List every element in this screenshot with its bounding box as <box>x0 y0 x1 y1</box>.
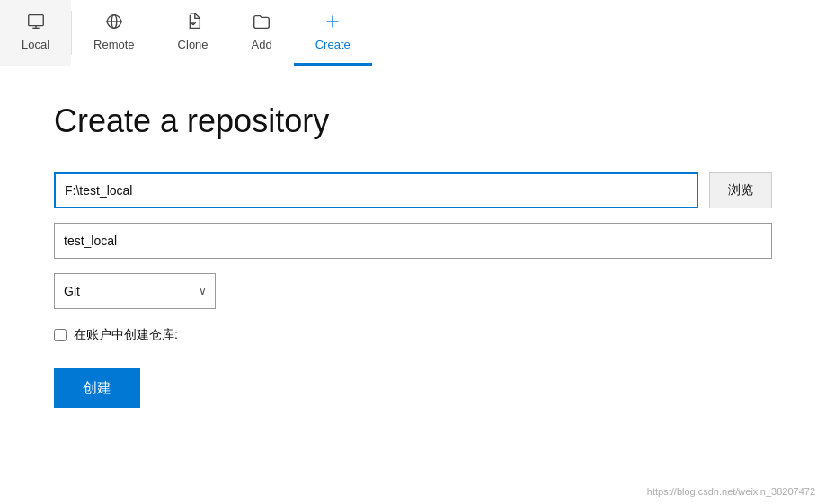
main-content: Create a repository 浏览 Git Mercurial 在账户… <box>0 66 826 444</box>
create-icon <box>323 12 342 34</box>
nav-item-remote[interactable]: Remote <box>72 0 156 66</box>
nav-label-clone: Clone <box>178 38 209 51</box>
local-icon <box>26 12 46 34</box>
remote-icon <box>104 12 124 34</box>
checkbox-label: 在账户中创建仓库: <box>74 327 178 343</box>
vcs-select-row: Git Mercurial <box>54 273 772 309</box>
nav-label-create: Create <box>315 38 351 51</box>
create-button[interactable]: 创建 <box>54 368 140 408</box>
add-folder-icon <box>252 12 271 34</box>
svg-rect-0 <box>28 15 43 26</box>
create-in-account-checkbox[interactable] <box>54 329 67 341</box>
nav-label-add: Add <box>252 38 272 51</box>
footer-watermark: https://blog.csdn.net/weixin_38207472 <box>647 486 815 497</box>
top-navigation: Local Remote Clone <box>0 0 826 66</box>
nav-item-create[interactable]: Create <box>294 0 372 66</box>
checkbox-row: 在账户中创建仓库: <box>54 327 772 343</box>
nav-item-add[interactable]: Add <box>230 0 294 66</box>
name-input[interactable] <box>54 223 772 259</box>
path-input[interactable] <box>54 172 698 208</box>
clone-icon <box>183 12 203 34</box>
page-title: Create a repository <box>54 102 772 140</box>
nav-label-remote: Remote <box>93 38 135 51</box>
nav-label-local: Local <box>22 38 49 51</box>
nav-item-clone[interactable]: Clone <box>156 0 230 66</box>
vcs-select-wrapper: Git Mercurial <box>54 273 216 309</box>
browse-button[interactable]: 浏览 <box>709 172 772 208</box>
vcs-select[interactable]: Git Mercurial <box>54 273 216 309</box>
path-row: 浏览 <box>54 172 772 208</box>
nav-item-local[interactable]: Local <box>0 0 71 66</box>
